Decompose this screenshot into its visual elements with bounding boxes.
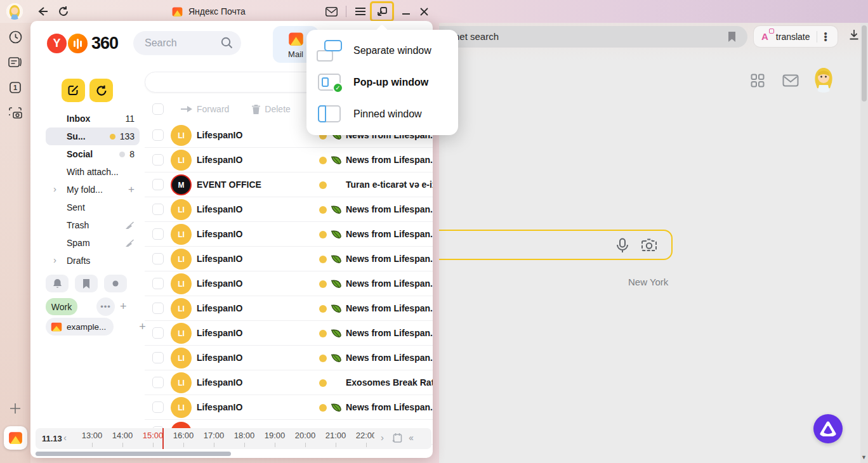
message-checkbox[interactable] <box>152 179 164 190</box>
page-scrollbar-thumb[interactable] <box>862 25 867 101</box>
add-tab-icon[interactable] <box>8 401 23 416</box>
message-row[interactable]: M EVENT OFFICE Turan e-ticarət və e-ixra <box>30 173 433 197</box>
add-event-calendar-icon[interactable] <box>392 433 403 443</box>
mail-search-bar[interactable] <box>133 31 241 55</box>
profile-avatar[interactable] <box>6 3 23 20</box>
yandex-mail-logo-icon <box>287 30 305 48</box>
translate-button[interactable]: A translate ••• <box>754 26 838 47</box>
screenshot-icon[interactable] <box>8 105 23 121</box>
message-checkbox[interactable] <box>152 253 164 264</box>
sender-avatar: LI <box>171 199 192 220</box>
timeline-hour-label: 21:00 <box>326 431 346 440</box>
yandex-mail-logo-icon <box>8 430 23 446</box>
leaf-icon <box>331 402 342 413</box>
forward-button[interactable]: Forward <box>181 104 229 114</box>
collapse-timeline-icon[interactable]: ‹‹ <box>409 432 412 443</box>
message-row[interactable]: LI LifespanIO News from Lifespan. <box>30 271 433 296</box>
menu-item-pinned-window[interactable]: Pinned window <box>306 98 458 130</box>
timeline-hour-label: 16:00 <box>173 431 194 440</box>
message-checkbox[interactable] <box>152 401 164 413</box>
yandex-mail-logo-icon <box>171 6 183 18</box>
browser-titlebar: Яндекс Почта <box>0 0 868 23</box>
tab-count: 1 <box>13 84 17 91</box>
refresh-button[interactable] <box>89 79 113 102</box>
message-sender: LifespanIO <box>197 303 242 313</box>
timeline-hour-label: 15:00 <box>143 431 164 440</box>
close-button[interactable] <box>416 4 431 19</box>
tabs-counter[interactable]: 1 <box>8 80 23 95</box>
message-row[interactable]: LI LifespanIO Exosomes Break Rat Lif <box>30 370 433 395</box>
timeline-tick <box>336 443 336 447</box>
menu-item-pop-up-window[interactable]: ✓ Pop-up window <box>306 67 458 98</box>
location-label[interactable]: New York <box>628 277 668 287</box>
message-row[interactable]: LI LifespanIO News from Lifespan. <box>30 148 433 173</box>
timeline-next-icon[interactable]: › <box>381 432 384 443</box>
yandex360-logo[interactable]: Y 360 <box>47 34 118 53</box>
mail-search-input[interactable] <box>145 36 214 51</box>
message-row[interactable]: LI LifespanIO News from Lifespan. <box>30 247 433 271</box>
message-subject: News from Lifespan. <box>346 303 433 313</box>
mail-link-icon[interactable] <box>782 74 799 87</box>
leaf-icon <box>331 155 342 166</box>
message-row[interactable]: LI LifespanIO News from Lifespan. <box>30 395 433 420</box>
image-search-icon[interactable] <box>641 238 657 253</box>
mail-notifier-icon[interactable] <box>324 4 339 19</box>
menu-item-label: Pinned window <box>353 108 422 120</box>
unread-dot-icon <box>319 280 327 288</box>
history-icon[interactable] <box>8 29 23 44</box>
message-row[interactable]: LI LifespanIO News from Lifespan. <box>30 321 433 346</box>
sender-avatar: LI <box>171 150 192 171</box>
account-avatar[interactable] <box>810 65 838 93</box>
kebab-menu-icon[interactable]: ••• <box>824 32 827 41</box>
message-checkbox[interactable] <box>152 129 164 141</box>
leaf-icon <box>331 204 342 215</box>
pinned-window-icon <box>317 103 343 125</box>
message-subject: Exosomes Break Rat Lif <box>346 377 433 388</box>
message-row[interactable]: LI LifespanIO News from Lifespan. <box>30 222 433 247</box>
menu-item-separate-window[interactable]: Separate window <box>306 35 458 67</box>
message-checkbox[interactable] <box>152 352 164 363</box>
apps-grid-icon[interactable] <box>751 74 765 88</box>
timeline-prev-icon[interactable]: ‹ <box>63 432 67 443</box>
sender-avatar: LI <box>171 125 192 146</box>
select-all-checkbox[interactable] <box>152 103 164 115</box>
unread-dot-icon <box>319 379 327 387</box>
back-button[interactable] <box>35 4 50 19</box>
message-checkbox[interactable] <box>152 154 164 166</box>
minimize-button[interactable] <box>398 4 414 19</box>
unread-dot-icon <box>319 157 327 164</box>
menu-button[interactable] <box>353 4 368 19</box>
compose-button[interactable] <box>62 79 85 102</box>
mail-app-shortcut[interactable] <box>4 426 27 450</box>
message-sender: LifespanIO <box>197 155 242 165</box>
sender-avatar: LI <box>171 273 192 294</box>
message-subject: News from Lifespan. <box>346 353 433 363</box>
unread-dot-icon <box>319 181 327 189</box>
window-mode-button[interactable] <box>370 1 394 22</box>
bookmark-icon[interactable] <box>728 32 736 42</box>
address-bar[interactable]: net search <box>415 26 747 48</box>
message-checkbox[interactable] <box>152 327 164 339</box>
alice-assistant-button[interactable] <box>813 414 843 443</box>
reload-button[interactable] <box>56 4 71 19</box>
scroll-down-arrow-icon[interactable]: ▼ <box>861 454 867 460</box>
downloads-icon[interactable] <box>849 29 859 40</box>
message-row[interactable]: LI LifespanIO News from Lifespan. <box>30 346 433 370</box>
sender-avatar: LI <box>171 397 192 418</box>
message-checkbox[interactable] <box>152 377 164 388</box>
horizontal-scrollbar-thumb[interactable] <box>36 452 231 456</box>
voice-search-icon[interactable] <box>615 238 629 253</box>
message-checkbox[interactable] <box>152 204 164 215</box>
delete-button[interactable]: Delete <box>252 104 290 114</box>
message-row[interactable]: LI LifespanIO News from Lifespan. <box>30 296 433 321</box>
message-row[interactable]: LI LifespanIO News from Lifespan. <box>30 197 433 222</box>
page-scrollbar[interactable]: ▼ <box>860 23 868 463</box>
feed-icon[interactable] <box>8 55 23 70</box>
window-mode-menu: Separate window ✓ Pop-up window Pinned w… <box>306 30 458 135</box>
timeline-tick <box>153 443 154 447</box>
timeline-tick <box>275 443 275 447</box>
message-checkbox[interactable] <box>152 303 164 314</box>
message-checkbox[interactable] <box>152 228 164 240</box>
leaf-icon <box>331 229 342 240</box>
message-checkbox[interactable] <box>152 278 164 289</box>
